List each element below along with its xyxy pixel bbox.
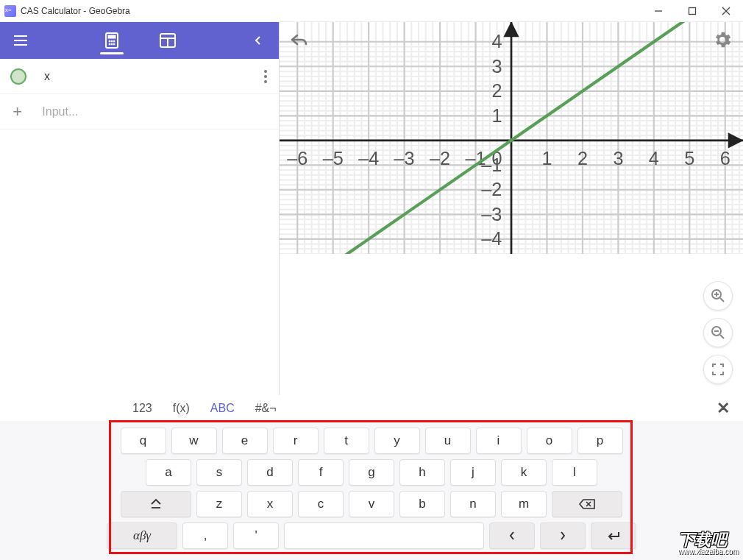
svg-line-173 xyxy=(720,298,724,302)
svg-text:–6: –6 xyxy=(287,148,307,169)
svg-text:–4: –4 xyxy=(481,228,502,249)
cas-toolbar xyxy=(0,22,279,59)
key-t[interactable]: t xyxy=(324,428,369,454)
keyboard-close-button[interactable]: ✕ xyxy=(717,399,730,418)
calc-view-button[interactable] xyxy=(97,22,127,59)
key-space[interactable] xyxy=(284,522,484,549)
key-n[interactable]: n xyxy=(450,491,496,517)
kb-tab-fx[interactable]: f(x) xyxy=(173,402,190,415)
virtual-keyboard: 123 f(x) ABC #&¬ ✕ q w e r t y u i o p a… xyxy=(0,395,743,560)
fullscreen-button[interactable] xyxy=(703,355,733,384)
key-apostrophe[interactable]: ' xyxy=(233,522,279,549)
graph-canvas[interactable]: –6–5–4–3–2–1123456–4–3–2–112340 xyxy=(280,22,743,254)
svg-point-13 xyxy=(111,43,113,45)
key-j[interactable]: j xyxy=(450,459,496,486)
keyboard-board: q w e r t y u i o p a s d f g h j k l z … xyxy=(0,422,743,560)
svg-text:–5: –5 xyxy=(323,148,344,169)
collapse-panel-button[interactable] xyxy=(238,22,279,59)
undo-button[interactable] xyxy=(290,32,309,49)
svg-text:4: 4 xyxy=(491,31,502,52)
key-f[interactable]: f xyxy=(298,459,344,486)
keyboard-tabs: 123 f(x) ABC #&¬ ✕ xyxy=(0,395,743,422)
kb-tab-symbols[interactable]: #&¬ xyxy=(255,402,277,415)
key-a[interactable]: a xyxy=(146,459,191,486)
svg-text:–4: –4 xyxy=(358,148,379,169)
key-x[interactable]: x xyxy=(247,491,293,517)
key-l[interactable]: l xyxy=(552,459,597,486)
svg-rect-1 xyxy=(689,7,696,14)
key-r[interactable]: r xyxy=(273,428,319,454)
svg-point-9 xyxy=(109,40,110,42)
row-more-button[interactable] xyxy=(258,70,273,83)
app-icon xyxy=(4,5,16,17)
window-controls xyxy=(641,0,743,22)
view-switcher xyxy=(41,22,238,59)
zoom-controls xyxy=(703,281,733,384)
svg-text:–2: –2 xyxy=(430,148,450,169)
svg-text:–3: –3 xyxy=(394,148,415,169)
svg-text:5: 5 xyxy=(684,148,694,169)
key-i[interactable]: i xyxy=(476,428,522,454)
window-title: CAS Calculator - GeoGebra xyxy=(21,6,641,16)
key-d[interactable]: d xyxy=(247,459,293,486)
key-enter[interactable] xyxy=(591,522,636,549)
svg-rect-8 xyxy=(108,35,115,38)
key-z[interactable]: z xyxy=(196,491,242,517)
add-icon: + xyxy=(10,102,24,121)
kb-tab-abc[interactable]: ABC xyxy=(210,402,235,415)
minimize-button[interactable] xyxy=(641,0,675,22)
key-o[interactable]: o xyxy=(527,428,572,454)
key-e[interactable]: e xyxy=(222,428,268,454)
key-v[interactable]: v xyxy=(349,491,394,517)
key-k[interactable]: k xyxy=(501,459,547,486)
kb-tab-123[interactable]: 123 xyxy=(132,402,152,415)
key-g[interactable]: g xyxy=(349,459,394,486)
svg-line-177 xyxy=(720,335,724,339)
visibility-toggle[interactable] xyxy=(10,68,26,85)
svg-text:2: 2 xyxy=(491,80,502,101)
zoom-in-button[interactable] xyxy=(703,281,733,311)
svg-text:3: 3 xyxy=(491,56,502,77)
key-c[interactable]: c xyxy=(298,491,344,517)
window-titlebar: CAS Calculator - GeoGebra xyxy=(0,0,743,22)
input-field[interactable] xyxy=(42,105,273,118)
kb-row-2: a s d f g h j k l xyxy=(0,459,743,486)
key-p[interactable]: p xyxy=(577,428,623,454)
svg-point-10 xyxy=(111,40,113,42)
graph-panel[interactable]: –6–5–4–3–2–1123456–4–3–2–112340 xyxy=(280,22,743,394)
zoom-out-button[interactable] xyxy=(703,318,733,347)
key-h[interactable]: h xyxy=(399,459,445,486)
svg-text:–2: –2 xyxy=(481,179,502,199)
svg-text:2: 2 xyxy=(577,148,588,169)
svg-point-12 xyxy=(109,43,110,45)
key-backspace[interactable] xyxy=(552,491,622,517)
key-m[interactable]: m xyxy=(501,491,547,517)
key-right[interactable] xyxy=(540,522,586,549)
menu-button[interactable] xyxy=(0,22,41,59)
table-view-button[interactable] xyxy=(153,22,182,59)
expression-row[interactable]: x xyxy=(0,59,279,94)
key-q[interactable]: q xyxy=(121,428,166,454)
key-s[interactable]: s xyxy=(196,459,242,486)
svg-point-11 xyxy=(113,40,115,42)
kb-row-1: q w e r t y u i o p xyxy=(0,428,743,454)
settings-button[interactable] xyxy=(712,29,733,52)
key-y[interactable]: y xyxy=(374,428,420,454)
input-row[interactable]: + xyxy=(0,94,279,130)
key-w[interactable]: w xyxy=(171,428,217,454)
maximize-button[interactable] xyxy=(675,0,709,22)
expression-text: x xyxy=(44,70,258,83)
svg-text:–3: –3 xyxy=(481,204,502,224)
svg-text:4: 4 xyxy=(649,148,659,169)
key-b[interactable]: b xyxy=(399,491,445,517)
svg-point-14 xyxy=(113,43,115,45)
svg-text:1: 1 xyxy=(541,148,552,169)
key-u[interactable]: u xyxy=(425,428,471,454)
svg-marker-150 xyxy=(505,24,518,36)
svg-text:3: 3 xyxy=(613,148,623,169)
key-shift[interactable] xyxy=(121,491,191,517)
key-greek[interactable]: αβγ xyxy=(107,522,177,549)
key-comma[interactable]: , xyxy=(182,522,228,549)
close-button[interactable] xyxy=(709,0,743,22)
key-left[interactable] xyxy=(489,522,535,549)
